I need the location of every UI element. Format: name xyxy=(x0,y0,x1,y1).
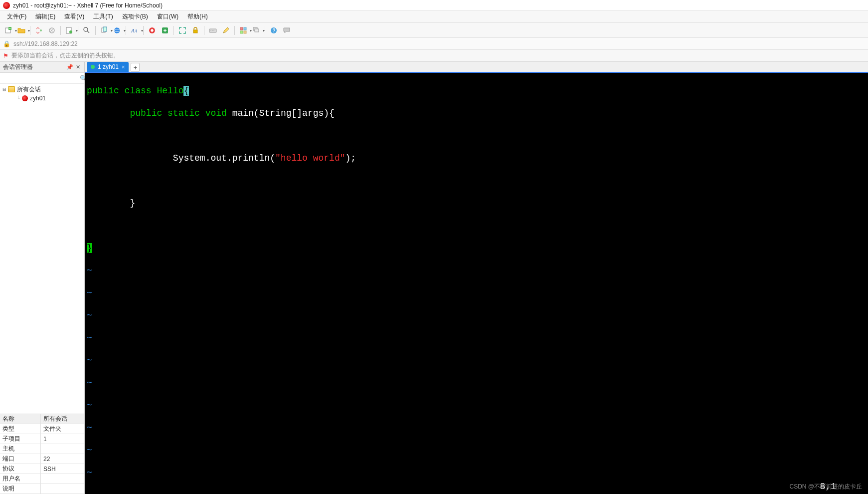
svg-rect-21 xyxy=(244,27,246,30)
svg-text:A: A xyxy=(134,29,137,33)
help-button[interactable]: ? xyxy=(268,25,279,36)
paste-button[interactable] xyxy=(112,25,123,36)
toolbar-separator xyxy=(95,26,96,35)
svg-point-6 xyxy=(84,27,88,31)
xagent-button[interactable] xyxy=(147,25,158,36)
term-tilde: ~ xyxy=(87,467,866,479)
chat-button[interactable] xyxy=(281,25,292,36)
keymap-button[interactable] xyxy=(207,25,218,36)
tab-close-icon[interactable]: × xyxy=(122,64,125,70)
term-tilde: ~ xyxy=(87,265,866,276)
prop-key: 主机 xyxy=(0,444,41,454)
term-line xyxy=(87,130,866,142)
session-tab[interactable]: 1 zyh01 × xyxy=(87,62,129,72)
reconnect-button[interactable] xyxy=(33,25,44,36)
address-url[interactable]: ssh://192.168.88.129:22 xyxy=(13,40,78,47)
addressbar: 🔒 ssh://192.168.88.129:22 xyxy=(0,38,868,50)
menu-edit[interactable]: 编辑(E) xyxy=(31,11,59,22)
svg-rect-22 xyxy=(240,31,243,33)
toolbar-separator xyxy=(30,26,30,35)
folder-icon xyxy=(8,86,15,92)
svg-rect-8 xyxy=(103,27,107,31)
lock-button[interactable] xyxy=(190,25,201,36)
font-button[interactable]: AA xyxy=(129,25,140,36)
sidebar-search: 🔍 xyxy=(0,73,84,84)
toolbar-separator xyxy=(174,26,174,35)
svg-rect-17 xyxy=(210,30,211,30)
session-tree: ⊟ 所有会话 └ zyh01 xyxy=(0,84,84,414)
menu-window[interactable]: 窗口(W) xyxy=(153,11,182,22)
pin-icon[interactable]: 📌 xyxy=(66,64,73,71)
profile-button[interactable] xyxy=(64,25,75,36)
menu-view[interactable]: 查看(V) xyxy=(60,11,88,22)
tree-session-row[interactable]: └ zyh01 xyxy=(0,94,84,103)
term-line: public static void main(String[]args){ xyxy=(87,108,866,119)
add-tab-button[interactable]: + xyxy=(131,63,140,72)
toolbar-separator xyxy=(234,26,235,35)
propgrid-header-val: 所有会话 xyxy=(41,414,84,424)
svg-rect-23 xyxy=(244,31,246,33)
svg-rect-16 xyxy=(209,29,216,32)
properties-grid: 名称 所有会话 类型 文件夹 子项目 1 主机 端口 22 协议 SSH xyxy=(0,414,84,494)
fullscreen-button[interactable] xyxy=(177,25,188,36)
tab-label: 1 zyh01 xyxy=(98,63,119,70)
prop-val: SSH xyxy=(41,464,84,474)
layout-button[interactable] xyxy=(238,25,249,36)
session-icon xyxy=(22,95,28,101)
prop-val: 1 xyxy=(41,434,84,444)
menu-tab[interactable]: 选项卡(B) xyxy=(118,11,152,22)
tree-root-row[interactable]: ⊟ 所有会话 xyxy=(0,85,84,94)
svg-point-5 xyxy=(69,30,72,33)
term-tilde: ~ xyxy=(87,332,866,344)
highlight-button[interactable] xyxy=(220,25,231,36)
term-line: public class Hello{ xyxy=(87,85,866,97)
svg-rect-25 xyxy=(255,29,259,32)
titlebar: zyh01 - root@zyh01:~ - Xshell 7 (Free fo… xyxy=(0,0,868,11)
prop-key: 用户名 xyxy=(0,474,41,484)
svg-rect-18 xyxy=(212,30,213,30)
svg-point-2 xyxy=(40,29,42,31)
terminal[interactable]: public class Hello{ public static void m… xyxy=(85,73,868,494)
menu-help[interactable]: 帮助(H) xyxy=(183,11,212,22)
term-tilde: ~ xyxy=(87,445,866,456)
propgrid-header: 名称 所有会话 xyxy=(0,414,84,424)
prop-key: 协议 xyxy=(0,464,41,474)
prop-val: 22 xyxy=(41,454,84,464)
term-line: } xyxy=(87,198,866,209)
watermark: CSDN @不断前进的皮卡丘 xyxy=(789,481,862,493)
toolbar-separator xyxy=(60,26,61,35)
sidebar-title: 会话管理器 xyxy=(3,63,33,71)
prop-key: 说明 xyxy=(0,484,41,494)
menubar: 文件(F) 编辑(E) 查看(V) 工具(T) 选项卡(B) 窗口(W) 帮助(… xyxy=(0,11,868,23)
menu-file[interactable]: 文件(F) xyxy=(3,11,30,22)
connection-status-icon xyxy=(91,65,95,69)
propgrid-header-key: 名称 xyxy=(0,414,41,424)
search-button[interactable] xyxy=(81,25,92,36)
cascade-button[interactable] xyxy=(251,25,262,36)
term-line: } xyxy=(87,243,866,254)
prop-key: 类型 xyxy=(0,424,41,434)
prop-key: 子项目 xyxy=(0,434,41,444)
tree-session-label: zyh01 xyxy=(29,95,46,102)
lock-icon: 🔒 xyxy=(3,40,10,47)
session-manager-sidebar: 会话管理器 📌 ✕ 🔍 ⊟ 所有会话 └ zyh01 xyxy=(0,62,85,494)
flag-icon: ⚑ xyxy=(3,52,8,59)
prop-val xyxy=(41,474,84,484)
term-tilde: ~ xyxy=(87,355,866,366)
term-tilde: ~ xyxy=(87,310,866,321)
term-line xyxy=(87,175,866,187)
search-input[interactable] xyxy=(1,73,80,83)
svg-text:?: ? xyxy=(273,28,276,33)
main-area: 会话管理器 📌 ✕ 🔍 ⊟ 所有会话 └ zyh01 xyxy=(0,62,868,494)
toolbar-separator xyxy=(78,26,78,35)
copy-button[interactable] xyxy=(99,25,110,36)
new-session-button[interactable] xyxy=(3,25,14,36)
close-icon[interactable]: ✕ xyxy=(74,64,81,71)
disconnect-button[interactable] xyxy=(46,25,57,36)
menu-tools[interactable]: 工具(T) xyxy=(89,11,117,22)
tree-expander-icon[interactable]: ⊟ xyxy=(2,87,7,92)
open-session-button[interactable] xyxy=(16,25,27,36)
xftp-button[interactable] xyxy=(160,25,171,36)
toolbar-separator xyxy=(265,26,265,35)
toolbar-separator xyxy=(204,26,204,35)
